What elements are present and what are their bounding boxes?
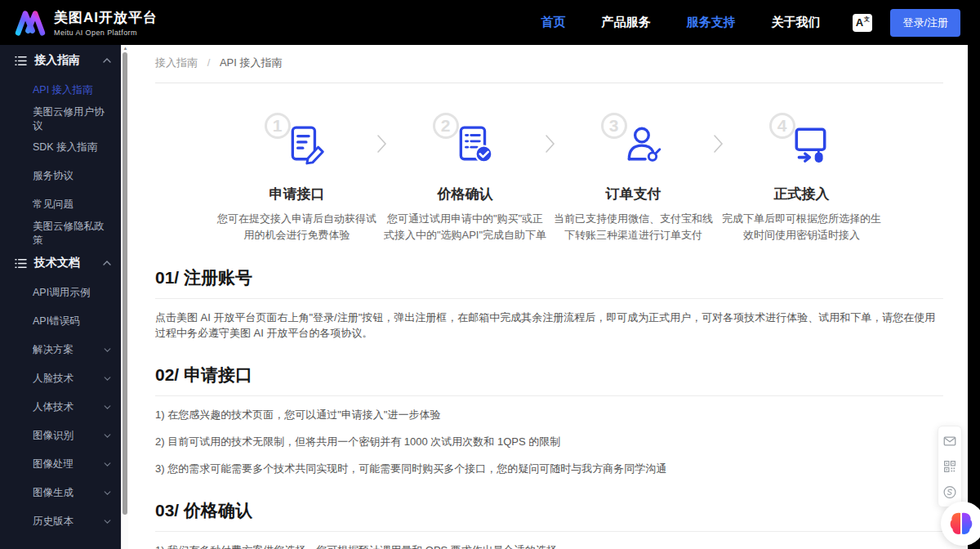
sidebar-item[interactable]: 人脸技术: [0, 364, 121, 393]
step-1: 1申请接口您可在提交接入申请后自动获得试用的机会进行免费体验: [216, 113, 379, 243]
section-text: 点击美图 AI 开放平台页面右上角"登录/注册"按钮，弹出注册框，在邮箱中完成其…: [155, 310, 943, 341]
steps-row: 1申请接口您可在提交接入申请后自动获得试用的机会进行免费体验2价格确认您可通过试…: [155, 113, 943, 243]
doc-check-icon: [454, 124, 495, 165]
step-description: 您可在提交接入申请后自动获得试用的机会进行免费体验: [216, 211, 379, 243]
login-register-button[interactable]: 登录/注册: [890, 9, 960, 37]
chevron-down-icon: [104, 434, 111, 438]
doc-section: 03/ 价格确认1) 我们有多种付费方案供您选择，您可根据预计调用量和 QPS …: [155, 499, 943, 549]
step-illustration: 1: [265, 113, 330, 175]
section-heading: 02/ 申请接口: [155, 364, 943, 386]
doc-section: 01/ 注册账号点击美图 AI 开放平台页面右上角"登录/注册"按钮，弹出注册框…: [155, 266, 943, 341]
sidebar-item[interactable]: 解决方案: [0, 336, 121, 364]
chevron-up-icon: [103, 261, 111, 266]
section-divider: [155, 298, 943, 299]
chevron-down-icon: [104, 377, 111, 381]
nav-item[interactable]: 产品服务: [601, 15, 650, 30]
sidebar-item-label: 图像识别: [33, 429, 74, 443]
sidebar-item-label: 解决方案: [33, 343, 74, 357]
section-text: 3) 您的需求可能需要多个技术共同实现时，可能需要同时购买多个接口，您的疑问可随…: [155, 462, 943, 477]
sidebar-item-label: API错误码: [33, 315, 80, 328]
sidebar-item-label: 人脸技术: [33, 372, 74, 386]
step-illustration: 2: [433, 113, 498, 175]
section-text: 1) 在您感兴趣的技术页面，您可以通过"申请接入"进一步体验: [155, 408, 943, 423]
breadcrumb-current: API 接入指南: [220, 56, 283, 69]
chevron-down-icon: [104, 348, 111, 352]
sidebar-section-header[interactable]: 技术文档: [0, 248, 121, 279]
step-description: 您可通过试用申请中的"购买"或正式接入中的"选购API"完成自助下单: [384, 211, 547, 243]
monitor-arrow-icon: [791, 124, 831, 165]
sidebar-item[interactable]: 服务协议: [0, 162, 121, 190]
sidebar: 接入指南API 接入指南美图云修用户协议SDK 接入指南服务协议常见问题美图云修…: [0, 45, 121, 549]
sidebar-item[interactable]: 图像处理: [0, 450, 121, 479]
sidebar-item-label: API 接入指南: [33, 83, 93, 97]
breadcrumb: 接入指南 / API 接入指南: [155, 45, 943, 83]
step-title: 正式接入: [720, 185, 884, 203]
nav-item[interactable]: 服务支持: [686, 15, 735, 30]
sidebar-item-label: 历史版本: [33, 515, 74, 529]
step-title: 订单支付: [552, 185, 715, 203]
user-key-icon: [622, 124, 663, 165]
section-heading: 01/ 注册账号: [155, 266, 943, 289]
sidebar-scrollbar-thumb[interactable]: [122, 52, 127, 515]
header-nav: 首页产品服务服务支持关于我们: [541, 15, 820, 30]
step-title: 申请接口: [216, 185, 379, 203]
logo-title: 美图AI开放平台: [54, 8, 158, 27]
chevron-down-icon: [104, 520, 111, 524]
section-text: 1) 我们有多种付费方案供您选择，您可根据预计调用量和 QPS 要求作出最合适的…: [155, 543, 943, 549]
sidebar-section-label: 接入指南: [34, 53, 80, 68]
section-text: 2) 目前可试用的技术无限制，但将共用一个密钥并有 1000 次试用次数和 1Q…: [155, 435, 943, 450]
sidebar-item-label: 图像处理: [33, 458, 74, 471]
header: 美图AI开放平台 Meitu AI Open Platform 首页产品服务服务…: [0, 0, 980, 45]
phone-icon[interactable]: [942, 484, 957, 499]
sidebar-item[interactable]: 美图云修用户协议: [0, 105, 121, 133]
nav-item[interactable]: 首页: [541, 15, 565, 30]
chevron-down-icon: [104, 405, 111, 409]
breadcrumb-parent[interactable]: 接入指南: [155, 56, 198, 69]
translate-icon[interactable]: A文: [853, 14, 872, 32]
breadcrumb-separator: /: [207, 56, 211, 69]
section-divider: [155, 531, 943, 532]
doc-sections: 01/ 注册账号点击美图 AI 开放平台页面右上角"登录/注册"按钮，弹出注册框…: [155, 266, 943, 549]
scroll-up-arrow-icon[interactable]: ▲: [122, 46, 129, 51]
sidebar-item[interactable]: API 接入指南: [0, 76, 121, 105]
ai-assistant-button[interactable]: [941, 502, 980, 546]
qr-code-icon[interactable]: [942, 459, 957, 474]
sidebar-item-label: 图像生成: [33, 486, 74, 500]
brain-icon: [948, 511, 974, 537]
sidebar-item-label: 人体技术: [33, 400, 74, 414]
nav-item[interactable]: 关于我们: [771, 15, 820, 30]
sidebar-item-label: 美图云修用户协议: [33, 105, 111, 133]
sidebar-item[interactable]: 常见问题: [0, 190, 121, 219]
logo[interactable]: 美图AI开放平台 Meitu AI Open Platform: [13, 7, 158, 38]
mail-icon[interactable]: [942, 434, 957, 449]
logo-subtitle: Meitu AI Open Platform: [54, 29, 158, 37]
sidebar-item[interactable]: 历史版本: [0, 507, 121, 536]
step-title: 价格确认: [384, 185, 547, 203]
sidebar-item[interactable]: API错误码: [0, 307, 121, 336]
sidebar-item[interactable]: API调用示例: [0, 279, 121, 307]
sidebar-item[interactable]: 图像识别: [0, 422, 121, 450]
chevron-down-icon: [104, 462, 111, 466]
main-content: 接入指南 / API 接入指南 1申请接口您可在提交接入申请后自动获得试用的机会…: [128, 45, 968, 549]
sidebar-section-header[interactable]: 接入指南: [0, 45, 121, 76]
sidebar-item-label: 常见问题: [33, 198, 74, 212]
section-divider: [155, 395, 943, 396]
contact-float-panel: [938, 426, 962, 507]
sidebar-scrollbar[interactable]: ▲: [121, 45, 128, 549]
step-illustration: 4: [769, 113, 835, 175]
sidebar-item-label: 服务协议: [33, 169, 74, 183]
step-2: 2价格确认您可通过试用申请中的"购买"或正式接入中的"选购API"完成自助下单: [384, 113, 547, 243]
page-scrollbar[interactable]: [968, 45, 980, 549]
step-description: 完成下单后即可根据您所选择的生效时间使用密钥适时接入: [720, 211, 884, 243]
sidebar-item-label: API调用示例: [33, 286, 90, 300]
list-icon: [15, 258, 27, 269]
sidebar-item[interactable]: 人体技术: [0, 393, 121, 422]
step-4: 4正式接入完成下单后即可根据您所选择的生效时间使用密钥适时接入: [720, 113, 884, 243]
doc-pencil-icon: [286, 124, 327, 165]
sidebar-item[interactable]: SDK 接入指南: [0, 133, 121, 162]
sidebar-item[interactable]: 图像生成: [0, 479, 121, 507]
step-illustration: 3: [601, 113, 666, 175]
step-3: 3订单支付当前已支持使用微信、支付宝和线下转账三种渠道进行订单支付: [552, 113, 715, 243]
sidebar-section-label: 技术文档: [34, 256, 80, 270]
sidebar-item[interactable]: 美图云修隐私政策: [0, 219, 121, 248]
